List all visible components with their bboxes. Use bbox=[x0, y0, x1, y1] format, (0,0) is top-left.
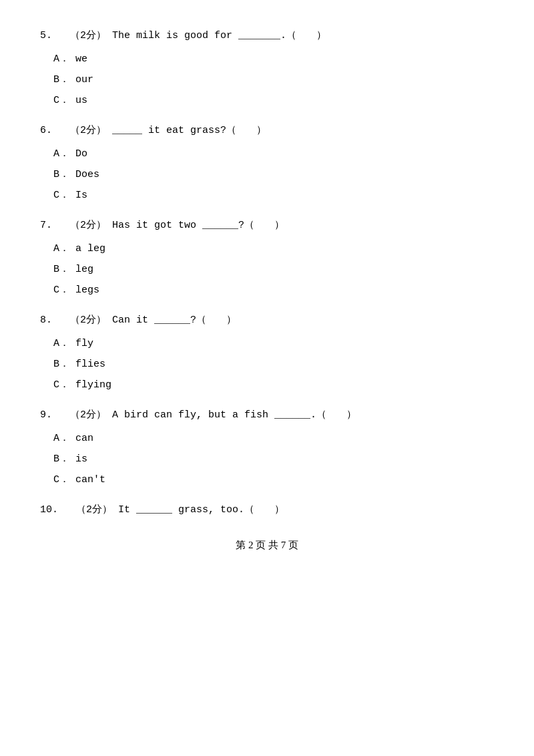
q6-body: _____ it eat grass?（ ） bbox=[112, 125, 266, 136]
q8-body: Can it ______?（ ） bbox=[112, 315, 236, 326]
question-10: 10. （2分） It ______ grass, too.（ ） bbox=[40, 501, 494, 519]
question-6-text: 6. （2分） _____ it eat grass?（ ） bbox=[40, 122, 494, 140]
question-9-text: 9. （2分） A bird can fly, but a fish _____… bbox=[40, 406, 494, 424]
q8-option-c: C． flying bbox=[53, 376, 494, 394]
q8-number: 8. bbox=[40, 315, 52, 326]
quiz-content: 5. （2分） The milk is good for _______.（ ）… bbox=[40, 27, 494, 552]
question-7-text: 7. （2分） Has it got two ______?（ ） bbox=[40, 216, 494, 234]
question-8: 8. （2分） Can it ______?（ ） A． fly B． flie… bbox=[40, 311, 494, 394]
footer-text: 第 2 页 共 7 页 bbox=[236, 540, 298, 550]
q6-option-a: A． Do bbox=[53, 145, 494, 163]
q7-number: 7. bbox=[40, 220, 52, 231]
q10-score: （2分） bbox=[76, 504, 112, 516]
q5-number: 5. bbox=[40, 30, 52, 41]
q9-option-a: A． can bbox=[53, 429, 494, 447]
question-9: 9. （2分） A bird can fly, but a fish _____… bbox=[40, 406, 494, 489]
q5-score: （2分） bbox=[70, 30, 106, 41]
q6-number: 6. bbox=[40, 125, 52, 136]
q8-score: （2分） bbox=[70, 315, 106, 326]
question-10-text: 10. （2分） It ______ grass, too.（ ） bbox=[40, 501, 494, 519]
q10-number: 10. bbox=[40, 504, 58, 516]
q5-option-a: A． we bbox=[53, 50, 494, 68]
q5-body: The milk is good for _______.（ ） bbox=[112, 30, 326, 41]
question-5: 5. （2分） The milk is good for _______.（ ）… bbox=[40, 27, 494, 110]
q9-option-b: B． is bbox=[53, 450, 494, 468]
q6-option-c: C． Is bbox=[53, 186, 494, 204]
q10-body: It ______ grass, too.（ ） bbox=[118, 504, 284, 516]
q7-option-c: C． legs bbox=[53, 281, 494, 299]
question-6: 6. （2分） _____ it eat grass?（ ） A． Do B． … bbox=[40, 122, 494, 204]
q9-score: （2分） bbox=[70, 409, 106, 421]
question-5-text: 5. （2分） The milk is good for _______.（ ） bbox=[40, 27, 494, 45]
q9-number: 9. bbox=[40, 409, 52, 421]
q7-score: （2分） bbox=[70, 220, 106, 231]
question-7: 7. （2分） Has it got two ______?（ ） A． a l… bbox=[40, 216, 494, 299]
q7-option-b: B． leg bbox=[53, 260, 494, 278]
q8-option-a: A． fly bbox=[53, 335, 494, 353]
q5-option-c: C． us bbox=[53, 91, 494, 110]
q7-body: Has it got two ______?（ ） bbox=[112, 220, 284, 231]
q7-option-a: A． a leg bbox=[53, 240, 494, 258]
q6-option-b: B． Does bbox=[53, 166, 494, 184]
question-8-text: 8. （2分） Can it ______?（ ） bbox=[40, 311, 494, 329]
q6-score: （2分） bbox=[70, 125, 106, 136]
page-footer: 第 2 页 共 7 页 bbox=[40, 539, 494, 552]
q5-option-b: B． our bbox=[53, 71, 494, 89]
q9-option-c: C． can't bbox=[53, 471, 494, 489]
q8-option-b: B． flies bbox=[53, 355, 494, 373]
q9-body: A bird can fly, but a fish ______.（ ） bbox=[112, 409, 356, 421]
